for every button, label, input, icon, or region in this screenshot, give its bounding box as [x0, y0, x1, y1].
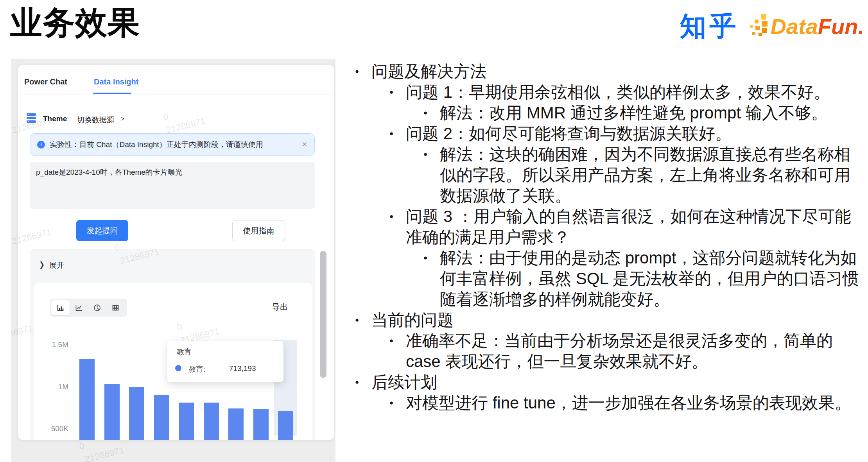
- note-text: 后续计划: [371, 372, 864, 392]
- bullet-icon: ●: [351, 372, 371, 392]
- datafun-logo: DataFun.: [749, 11, 864, 42]
- note-text: 问题及解决方法: [371, 61, 864, 82]
- bar-chart-icon[interactable]: [51, 300, 70, 315]
- datafun-mosaic-icon: [749, 14, 769, 39]
- note-item: ●后续计划: [351, 372, 864, 392]
- tab-divider: [18, 95, 334, 95]
- note-text: 问题 3 ：用户输入的自然语言很泛，如何在这种情况下尽可能准确的满足用户需求？: [406, 206, 864, 247]
- y-axis-tick: 1.5M: [34, 340, 68, 349]
- y-axis-tick: 1M: [34, 383, 68, 391]
- note-text: 解法：改用 MMR 通过多样性避免 prompt 输入不够。: [440, 102, 864, 123]
- y-axis-tick: 500K: [34, 424, 68, 433]
- note-text: 问题 2：如何尽可能将查询与数据源关联好。: [406, 123, 864, 144]
- bar[interactable]: [104, 384, 120, 440]
- note-item: ●对模型进行 fine tune，进一步加强在各业务场景的表现效果。: [386, 392, 864, 413]
- note-text: 准确率不足：当前由于分析场景还是很灵活多变的，简单的 case 表现还行，但一旦…: [406, 330, 864, 372]
- note-item: ●问题及解决方法: [351, 61, 864, 82]
- close-icon[interactable]: ✕: [302, 140, 307, 149]
- page-title: 业务效果: [10, 2, 140, 45]
- info-icon: i: [37, 141, 45, 149]
- chat-panel: Power Chat Data Insight Theme 切换数据源 > i …: [18, 65, 334, 440]
- bar[interactable]: [253, 409, 269, 440]
- bar[interactable]: [129, 387, 144, 441]
- bar[interactable]: [179, 403, 194, 440]
- note-text: 当前的问题: [371, 310, 864, 330]
- query-text: p_date是2023-4-10时，各Theme的卡片曝光: [36, 167, 308, 177]
- chart-type-switcher: [50, 299, 127, 317]
- bullet-icon: ●: [386, 392, 406, 413]
- bullet-icon: ●: [386, 330, 406, 372]
- watermark: 21286971: [84, 445, 125, 462]
- tooltip-title: 教育: [177, 347, 192, 357]
- bullet-icon: ●: [420, 144, 440, 206]
- table-icon[interactable]: [106, 300, 125, 315]
- chevron-right-icon: >: [121, 115, 124, 123]
- bar[interactable]: [278, 411, 293, 440]
- expand-chevron-icon[interactable]: ❯: [39, 260, 45, 269]
- chart-tooltip: 教育 教育: 713,193: [167, 341, 283, 382]
- active-tab-indicator: [93, 93, 131, 94]
- note-item: ●问题 3 ：用户输入的自然语言很泛，如何在这种情况下尽可能准确的满足用户需求？: [386, 206, 864, 247]
- note-text: 解法：由于使用的是动态 prompt，这部分问题就转化为如何丰富样例，虽然 SQ…: [440, 247, 864, 310]
- slide: 业务效果 知乎 DataFun. Power Chat Data Insight: [0, 0, 868, 462]
- note-text: 对模型进行 fine tune，进一步加强在各业务场景的表现效果。: [406, 392, 864, 413]
- zhihu-logo: 知乎: [680, 9, 739, 44]
- note-item: ●解法：由于使用的是动态 prompt，这部分问题就转化为如何丰富样例，虽然 S…: [420, 247, 864, 310]
- bullet-icon: ●: [351, 310, 371, 330]
- note-item: ●准确率不足：当前由于分析场景还是很灵活多变的，简单的 case 表现还行，但一…: [386, 330, 864, 372]
- switch-datasource-link[interactable]: 切换数据源: [77, 115, 114, 125]
- tooltip-series-label: 教育:: [188, 364, 205, 374]
- experimental-alert-banner: i 实验性：目前 Chat（Data Insight）正处于内测阶段，请谨慎使用…: [30, 133, 315, 156]
- note-item: ●当前的问题: [351, 310, 864, 330]
- notes-list: ●问题及解决方法●问题 1：早期使用余弦相似，类似的样例太多，效果不好。●解法：…: [351, 61, 864, 413]
- bar[interactable]: [228, 408, 244, 440]
- expand-label[interactable]: 展开: [49, 260, 64, 270]
- note-text: 解法：这块的确困难，因为不同数据源直接总有些名称相似的字段。所以采用产品方案，左…: [440, 144, 864, 206]
- logos: 知乎 DataFun.: [680, 9, 864, 44]
- bullet-icon: ●: [386, 123, 406, 144]
- note-item: ●解法：这块的确困难，因为不同数据源直接总有些名称相似的字段。所以采用产品方案，…: [420, 144, 864, 206]
- bullet-icon: ●: [386, 206, 406, 247]
- alert-text: 实验性：目前 Chat（Data Insight）正处于内测阶段，请谨慎使用: [50, 140, 299, 150]
- note-text: 问题 1：早期使用余弦相似，类似的样例太多，效果不好。: [406, 82, 864, 102]
- ask-question-button[interactable]: 发起提问: [76, 220, 128, 241]
- bullet-icon: ●: [351, 61, 371, 82]
- note-item: ●问题 1：早期使用余弦相似，类似的样例太多，效果不好。: [386, 82, 864, 102]
- series-dot-icon: [175, 365, 181, 371]
- app-screenshot: Power Chat Data Insight Theme 切换数据源 > i …: [11, 59, 335, 462]
- datafun-logo-text: Data: [770, 14, 818, 39]
- query-input[interactable]: p_date是2023-4-10时，各Theme的卡片曝光: [30, 162, 315, 209]
- tab-power-chat[interactable]: Power Chat: [24, 77, 67, 86]
- watermark: 0: [78, 441, 86, 452]
- bar[interactable]: [79, 359, 95, 440]
- note-item: ●问题 2：如何尽可能将查询与数据源关联好。: [386, 123, 864, 144]
- bullet-icon: ●: [420, 102, 440, 123]
- bullet-icon: ●: [420, 247, 440, 310]
- tooltip-value: 713,193: [229, 364, 256, 373]
- user-guide-button[interactable]: 使用指南: [232, 220, 285, 241]
- note-item: ●解法：改用 MMR 通过多样性避免 prompt 输入不够。: [420, 102, 864, 123]
- pie-chart-icon[interactable]: [88, 300, 106, 315]
- bar[interactable]: [154, 395, 169, 440]
- bullet-icon: ●: [386, 82, 406, 102]
- bar[interactable]: [204, 403, 219, 440]
- line-chart-icon[interactable]: [70, 300, 88, 315]
- export-button[interactable]: 导出: [272, 302, 303, 312]
- tab-data-insight[interactable]: Data Insight: [94, 77, 138, 86]
- scrollbar-thumb[interactable]: [320, 251, 326, 378]
